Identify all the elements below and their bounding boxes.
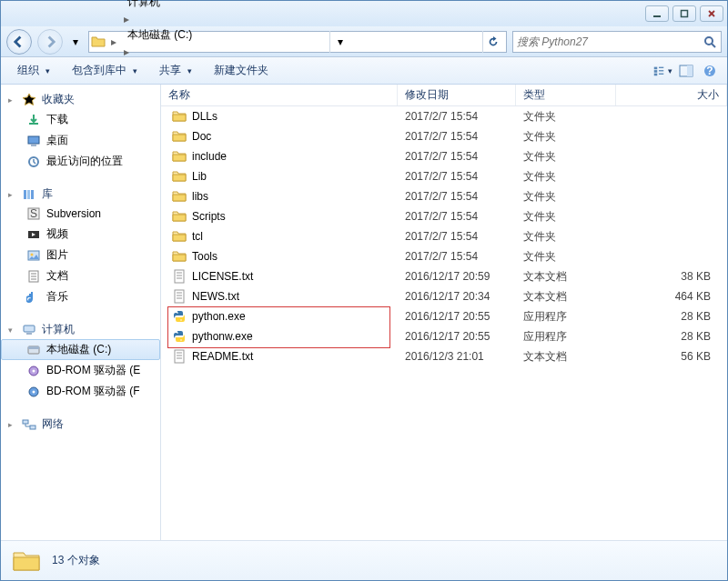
sidebar-item[interactable]: 本地磁盘 (C:) bbox=[1, 339, 160, 360]
svg-rect-34 bbox=[24, 326, 35, 332]
breadcrumb-item[interactable]: 本地磁盘 (C:) bbox=[122, 25, 197, 45]
titlebar bbox=[1, 1, 727, 26]
history-dropdown[interactable]: ▾ bbox=[68, 31, 83, 53]
sidebar-item-label: 本地磁盘 (C:) bbox=[46, 342, 111, 357]
file-date: 2016/12/3 21:01 bbox=[398, 350, 516, 363]
svg-rect-44 bbox=[175, 270, 184, 283]
svg-rect-6 bbox=[654, 66, 658, 69]
file-size: 464 KB bbox=[616, 290, 727, 303]
navbar: ▾ ▸ 计算机▸本地磁盘 (C:)▸Python27▸ ▾ bbox=[1, 26, 727, 57]
forward-button[interactable] bbox=[37, 29, 63, 55]
sidebar-item[interactable]: 桌面 bbox=[1, 130, 160, 151]
file-row[interactable]: Scripts2017/2/7 15:54文件夹 bbox=[161, 206, 727, 226]
maximize-button[interactable] bbox=[672, 5, 696, 22]
item-icon bbox=[26, 227, 41, 242]
search-icon[interactable] bbox=[703, 35, 717, 49]
chevron-right-icon[interactable]: ▸ bbox=[122, 45, 131, 58]
folder-icon bbox=[172, 109, 187, 124]
sidebar-item[interactable]: 图片 bbox=[1, 245, 160, 265]
file-row[interactable]: LICENSE.txt2016/12/17 20:59文本文档38 KB bbox=[161, 266, 727, 286]
text-icon bbox=[172, 269, 187, 284]
chevron-right-icon: ▸ bbox=[109, 35, 118, 48]
chevron-right-icon[interactable]: ▸ bbox=[122, 13, 131, 25]
sidebar-item[interactable]: 音乐 bbox=[1, 286, 160, 307]
file-name: pythonw.exe bbox=[192, 330, 253, 343]
file-row[interactable]: Lib2017/2/7 15:54文件夹 bbox=[161, 166, 727, 186]
file-row[interactable]: python.exe2016/12/17 20:55应用程序28 KB bbox=[161, 306, 727, 326]
file-row[interactable]: libs2017/2/7 15:54文件夹 bbox=[161, 186, 727, 206]
text-icon bbox=[172, 289, 187, 304]
file-type: 应用程序 bbox=[516, 329, 616, 345]
addr-dropdown[interactable]: ▾ bbox=[329, 31, 351, 53]
file-name: LICENSE.txt bbox=[192, 270, 253, 283]
col-size[interactable]: 大小 bbox=[616, 85, 727, 105]
svg-point-41 bbox=[33, 390, 35, 393]
sidebar-favorites: 收藏夹 下载桌面最近访问的位置 bbox=[1, 90, 160, 172]
file-row[interactable]: tcl2017/2/7 15:54文件夹 bbox=[161, 226, 727, 246]
sidebar-item[interactable]: 文档 bbox=[1, 265, 160, 286]
search-input[interactable] bbox=[517, 35, 703, 48]
file-date: 2016/12/17 20:59 bbox=[398, 270, 516, 283]
svg-rect-20 bbox=[24, 190, 26, 199]
minimize-button[interactable] bbox=[645, 5, 669, 22]
svg-rect-13 bbox=[687, 65, 693, 76]
sidebar-item[interactable]: 最近访问的位置 bbox=[1, 151, 160, 172]
item-icon bbox=[26, 290, 41, 305]
file-date: 2017/2/7 15:54 bbox=[398, 130, 516, 143]
file-name: README.txt bbox=[192, 350, 253, 363]
back-button[interactable] bbox=[6, 29, 32, 55]
sidebar-header-libraries[interactable]: 库 bbox=[1, 185, 160, 204]
file-name: DLLs bbox=[192, 110, 217, 123]
share-button[interactable]: 共享 bbox=[150, 60, 201, 81]
help-button[interactable]: ? bbox=[700, 61, 720, 81]
address-bar[interactable]: ▸ 计算机▸本地磁盘 (C:)▸Python27▸ ▾ bbox=[88, 31, 507, 53]
folder-icon bbox=[172, 249, 187, 264]
computer-icon bbox=[22, 323, 36, 337]
file-type: 应用程序 bbox=[516, 309, 616, 325]
file-row[interactable]: Tools2017/2/7 15:54文件夹 bbox=[161, 246, 727, 266]
file-date: 2017/2/7 15:54 bbox=[398, 190, 516, 203]
sidebar-header-network[interactable]: 网络 bbox=[1, 415, 160, 434]
breadcrumb-item[interactable]: 计算机 bbox=[122, 0, 197, 13]
file-name: Doc bbox=[192, 130, 211, 143]
search-box[interactable] bbox=[512, 31, 722, 53]
col-date[interactable]: 修改日期 bbox=[398, 85, 516, 105]
file-name: Scripts bbox=[192, 210, 226, 223]
item-icon bbox=[26, 155, 41, 169]
sidebar-item[interactable]: 视频 bbox=[1, 224, 160, 245]
sidebar-item[interactable]: 下载 bbox=[1, 109, 160, 130]
file-row[interactable]: include2017/2/7 15:54文件夹 bbox=[161, 146, 727, 166]
sidebar-header-favorites[interactable]: 收藏夹 bbox=[1, 90, 160, 109]
col-name[interactable]: 名称 bbox=[161, 85, 398, 105]
file-row[interactable]: pythonw.exe2016/12/17 20:55应用程序28 KB bbox=[161, 326, 727, 346]
sidebar-item[interactable]: BD-ROM 驱动器 (F bbox=[1, 381, 160, 402]
folder-icon bbox=[172, 189, 187, 204]
sidebar-item[interactable]: SSubversion bbox=[1, 204, 160, 224]
file-size: 38 KB bbox=[616, 270, 727, 283]
refresh-button[interactable] bbox=[482, 31, 504, 53]
svg-rect-42 bbox=[23, 420, 28, 424]
col-type[interactable]: 类型 bbox=[516, 85, 616, 105]
file-name: python.exe bbox=[192, 310, 246, 323]
sidebar-item-label: BD-ROM 驱动器 (E bbox=[46, 363, 140, 378]
file-name: NEWS.txt bbox=[192, 290, 239, 303]
organize-button[interactable]: 组织 bbox=[8, 60, 59, 81]
sidebar-header-computer[interactable]: 计算机 bbox=[1, 320, 160, 339]
include-button[interactable]: 包含到库中 bbox=[63, 60, 147, 81]
file-name: libs bbox=[192, 190, 208, 203]
view-button[interactable] bbox=[652, 61, 672, 81]
file-row[interactable]: NEWS.txt2016/12/17 20:34文本文档464 KB bbox=[161, 286, 727, 306]
sidebar-item-label: 最近访问的位置 bbox=[46, 154, 123, 169]
file-row[interactable]: Doc2017/2/7 15:54文件夹 bbox=[161, 126, 727, 146]
sidebar-item[interactable]: BD-ROM 驱动器 (E bbox=[1, 360, 160, 381]
file-date: 2016/12/17 20:55 bbox=[398, 310, 516, 323]
svg-rect-17 bbox=[28, 136, 39, 144]
file-row[interactable]: README.txt2016/12/3 21:01文本文档56 KB bbox=[161, 346, 727, 366]
file-row[interactable]: DLLs2017/2/7 15:54文件夹 bbox=[161, 106, 727, 126]
preview-pane-button[interactable] bbox=[676, 61, 696, 81]
close-button[interactable] bbox=[700, 5, 723, 22]
newfolder-button[interactable]: 新建文件夹 bbox=[205, 60, 278, 81]
sidebar-item-label: 视频 bbox=[46, 226, 68, 242]
svg-text:?: ? bbox=[706, 65, 713, 77]
file-date: 2016/12/17 20:55 bbox=[398, 330, 516, 343]
